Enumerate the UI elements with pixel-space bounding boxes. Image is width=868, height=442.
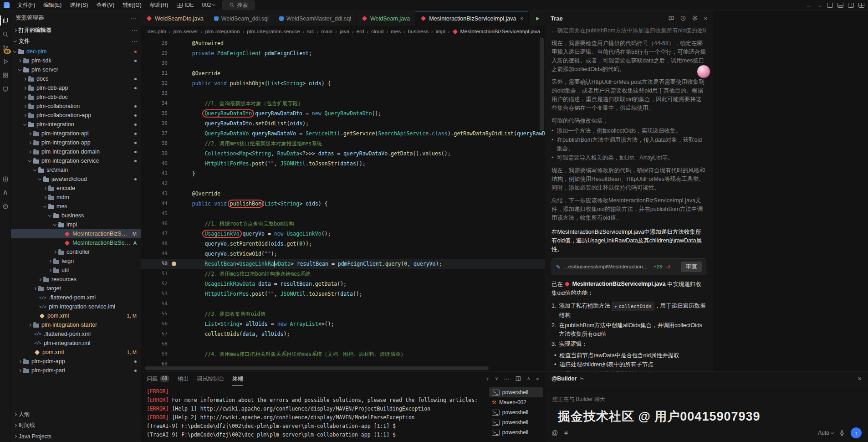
close-tab-icon[interactable]: × bbox=[520, 16, 523, 21]
breadcrumb-item-dec-plm[interactable]: dec-plm bbox=[148, 29, 166, 34]
code-line-58[interactable]: 58 bbox=[141, 339, 545, 349]
breadcrumb-item-business[interactable]: business bbox=[408, 29, 429, 34]
tree-item-plm-pdm-app[interactable]: plm-pdm-app bbox=[11, 357, 141, 366]
menu-编辑-e[interactable]: 编辑(E) bbox=[39, 0, 66, 10]
toggle-sidebar-icon[interactable] bbox=[827, 3, 833, 8]
code-line-30[interactable]: 30 bbox=[141, 58, 545, 68]
plus-icon[interactable]: + bbox=[486, 376, 490, 382]
review-button[interactable]: 审查 bbox=[681, 262, 702, 272]
workspace-selector[interactable]: 002 bbox=[198, 1, 219, 9]
code-line-47[interactable]: 47 UsageLinkVo queryVo = new UsageLinkVo… bbox=[141, 229, 545, 239]
code-line-45[interactable]: 45 bbox=[141, 209, 545, 219]
code-line-54[interactable]: 54 bbox=[141, 299, 545, 309]
code-line-35[interactable]: 35 QueryRawDataDto queryRawDataDto = new… bbox=[141, 108, 545, 118]
code-line-57[interactable]: 57 collectOids(data, allOids); bbox=[141, 329, 545, 339]
code-line-32[interactable]: 32 public void publishObjs(List<String> … bbox=[141, 78, 545, 88]
menu-查看-v[interactable]: 查看(V) bbox=[92, 0, 118, 10]
forward-icon[interactable]: → bbox=[817, 2, 822, 8]
tree-item-mes[interactable]: mes bbox=[11, 202, 141, 211]
code-line-44[interactable]: 44 public void publishBom(List<String> o… bbox=[141, 199, 545, 209]
kebab-icon[interactable]: ⋯ bbox=[504, 376, 510, 382]
tree-item-util[interactable]: util bbox=[11, 266, 141, 275]
activitybar-source-control[interactable]: 68 bbox=[0, 41, 11, 55]
breadcrumb-item-plm-integration[interactable]: plm-integration bbox=[205, 29, 240, 34]
tree-item-target[interactable]: target bbox=[11, 284, 141, 293]
close-icon[interactable]: × bbox=[704, 15, 707, 21]
toggle-panel-icon[interactable] bbox=[837, 3, 843, 8]
inline-code-chip[interactable]: ◆collectOids bbox=[612, 302, 654, 311]
breadcrumb-item-plm-server[interactable]: plm-server bbox=[174, 29, 198, 34]
terminal-instance-powershell[interactable]: >_powershell bbox=[489, 427, 543, 437]
trae-conversation[interactable]: …确定需要在publishBom方法中添加递归收集所有oid值的逻辑，遍历Usa… bbox=[545, 26, 713, 371]
activitybar-explorer[interactable] bbox=[0, 14, 11, 27]
tree-item-docs[interactable]: docs bbox=[11, 74, 141, 83]
code-line-37[interactable]: 37 QueryRawDataVo queryRawDataVo = Servi… bbox=[141, 128, 545, 139]
chevron-down-icon[interactable]: ∨ bbox=[495, 376, 498, 381]
code-line-34[interactable]: 34 //1、查询最新版本对象（包含扩展字段） bbox=[141, 98, 545, 108]
chevron-up-icon[interactable]: ∧ bbox=[527, 376, 530, 381]
tree-item-plm-collaboration[interactable]: plm-collaboration bbox=[11, 102, 141, 111]
tree-item-resources[interactable]: resources bbox=[11, 275, 141, 284]
tree-item-plm-integration[interactable]: plm-integration bbox=[11, 120, 141, 129]
open-editors-section[interactable]: 打开的编辑器 ⋯ bbox=[11, 25, 141, 36]
auto-mode-selector[interactable]: Auto bbox=[818, 430, 833, 436]
code-line-31[interactable]: 31 @Override bbox=[141, 68, 545, 78]
tree-item-plm-integration-service-iml[interactable]: </>plm-integration-service.iml bbox=[11, 302, 141, 311]
tree-item-plm-integration-app[interactable]: plm-integration-app bbox=[11, 138, 141, 147]
open-editors-actions-icon[interactable]: ⋯ bbox=[132, 27, 138, 33]
horizontal-scrollbar[interactable] bbox=[145, 366, 489, 370]
tree-item-plm-integration-starter[interactable]: plm-integration-starter bbox=[11, 320, 141, 329]
terminal-instance-maven-002[interactable]: ⚒Maven-002 bbox=[489, 397, 543, 407]
new-chat-icon[interactable] bbox=[668, 15, 674, 21]
menu-帮助-h[interactable]: 帮助(H) bbox=[146, 0, 173, 10]
ide-mode-button[interactable]: IDE bbox=[173, 1, 197, 9]
tree-item-plm-cbb-app[interactable]: plm-cbb-app bbox=[11, 83, 141, 93]
code-line-49[interactable]: 49 queryVo.setViewOid(""); bbox=[141, 249, 545, 259]
code-line-59[interactable]: 59 //4、调用mes接口把相关对象关系推送给mes系统（文档、图档、原材料、… bbox=[141, 349, 545, 359]
code-line-50[interactable]: 50 ResultBean<UsageLinkRawData> resultBe… bbox=[141, 259, 545, 269]
tree-item-plm-pdm-part[interactable]: plm-pdm-part bbox=[11, 366, 141, 375]
terminal-output[interactable]: [ERROR][ERROR] For more information abou… bbox=[141, 385, 489, 442]
tree-item-plm-integration-service[interactable]: plm-integration-service bbox=[11, 156, 141, 165]
code-line-51[interactable]: 51 //2、调用mes接口把bom结构推送给mes系统 bbox=[141, 269, 545, 279]
breadcrumb-item-src[interactable]: src bbox=[307, 29, 314, 34]
code-line-55[interactable]: 55 //3、递归收集所有oid值 bbox=[141, 309, 545, 319]
terminal-instance-powershell[interactable]: >_powershell bbox=[489, 417, 543, 427]
file-change-card[interactable]: ✎ ...es\business\impl\MesInteractionBizS… bbox=[551, 258, 706, 275]
code-line-41[interactable]: 41 } bbox=[141, 169, 545, 179]
tree-item-business[interactable]: business bbox=[11, 211, 141, 220]
settings-icon[interactable] bbox=[692, 15, 698, 21]
customize-layout-icon[interactable] bbox=[858, 3, 864, 8]
tab-mesinteractionbizserviceimpl-java[interactable]: MesInteractionBizServiceImpl.java× bbox=[415, 11, 529, 26]
lightbulb-icon[interactable] bbox=[172, 262, 176, 266]
activitybar-extensions[interactable] bbox=[0, 68, 11, 82]
breadcrumb[interactable]: dec-plm›plm-server›plm-integration›plm-i… bbox=[141, 26, 545, 36]
code-line-42[interactable]: 42 bbox=[141, 179, 545, 189]
code-line-29[interactable]: 29 private PdmFeignClient pdmFeignClient… bbox=[141, 48, 545, 58]
menu-转到-g[interactable]: 转到(G) bbox=[118, 0, 145, 10]
tree-item-plm-integration-domain[interactable]: plm-integration-domain bbox=[11, 147, 141, 156]
tree-item-java-erd-cloud[interactable]: java\erd\cloud bbox=[11, 175, 141, 184]
file-reference[interactable]: MesInteractionBizServiceImpl.java bbox=[564, 280, 665, 288]
code-line-36[interactable]: 36 queryRawDataDto.setOidList(oids); bbox=[141, 118, 545, 128]
tree-item-pom-xml[interactable]: pom.xml1, M bbox=[11, 348, 141, 357]
breadcrumb-item-mes[interactable]: mes bbox=[391, 29, 401, 34]
code-line-43[interactable]: 43 @Override bbox=[141, 189, 545, 199]
menu-选择-s[interactable]: 选择(S) bbox=[66, 0, 92, 10]
breadcrumb-item-erd[interactable]: erd bbox=[357, 29, 364, 34]
activitybar-grid[interactable] bbox=[0, 172, 11, 186]
tree-item-plm-integration-api[interactable]: plm-integration-api bbox=[11, 129, 141, 138]
activitybar-target[interactable] bbox=[0, 200, 11, 213]
tree-item-encode[interactable]: encode bbox=[11, 184, 141, 193]
code-line-28[interactable]: 28 @Autowired bbox=[141, 38, 545, 48]
breadcrumb-item-plm-integration-service[interactable]: plm-integration-service bbox=[247, 29, 300, 34]
tree-item-impl[interactable]: impl bbox=[11, 220, 141, 229]
activitybar-java[interactable]: A bbox=[0, 186, 11, 200]
panel-tab-输出[interactable]: 输出 bbox=[178, 372, 189, 385]
tree-item-dec-plm[interactable]: dec-plm bbox=[11, 47, 141, 56]
toggle-secondary-sidebar-icon[interactable] bbox=[848, 3, 854, 8]
back-icon[interactable]: ← bbox=[806, 2, 812, 8]
breadcrumb-item-main[interactable]: main bbox=[321, 29, 332, 34]
panel-tab-终端[interactable]: 终端 bbox=[232, 372, 243, 385]
terminal-instance-powershell[interactable]: >_powershell bbox=[489, 387, 543, 397]
